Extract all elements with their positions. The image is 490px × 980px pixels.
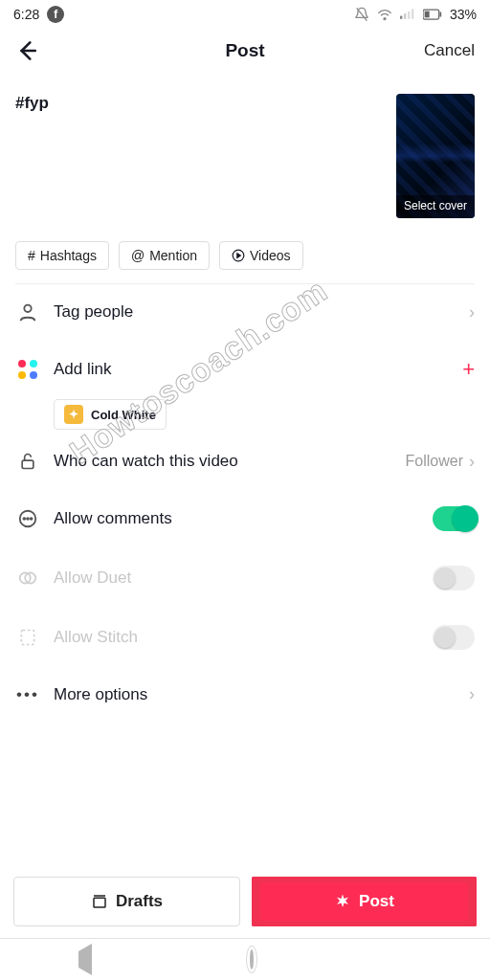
svg-rect-4 — [408, 11, 410, 19]
allow-stitch-label: Allow Stitch — [54, 628, 433, 647]
sparkle-icon: ✦ — [64, 405, 83, 424]
duet-icon — [15, 568, 40, 589]
drafts-label: Drafts — [116, 892, 163, 911]
battery-percent: 33% — [450, 7, 477, 22]
svg-point-10 — [24, 305, 31, 312]
svg-point-14 — [27, 518, 29, 520]
post-button[interactable]: Post — [260, 882, 467, 922]
battery-icon — [423, 9, 442, 20]
link-dots-icon — [15, 360, 40, 379]
page-title: Post — [225, 40, 264, 61]
add-link-label: Add link — [54, 360, 462, 379]
facebook-icon: f — [47, 6, 64, 23]
svg-rect-8 — [439, 12, 441, 17]
mention-chip[interactable]: @ Mention — [119, 241, 210, 270]
allow-stitch-row: Allow Stitch — [0, 608, 490, 667]
privacy-row[interactable]: Who can watch this video Follower › — [0, 434, 490, 489]
bottom-actions: Drafts Post — [0, 877, 490, 926]
post-icon — [334, 893, 351, 910]
chevron-right-icon: › — [469, 452, 475, 472]
svg-point-15 — [31, 518, 33, 520]
stitch-icon — [15, 627, 40, 648]
allow-duet-row: Allow Duet — [0, 548, 490, 608]
post-label: Post — [359, 892, 394, 911]
chevron-right-icon: › — [469, 684, 475, 704]
caption-input[interactable]: #fyp — [15, 94, 396, 218]
more-icon: ••• — [15, 685, 40, 704]
more-options-label: More options — [54, 685, 469, 704]
page-header: Post Cancel — [0, 29, 490, 73]
select-cover-label: Select cover — [396, 195, 475, 218]
hash-icon: # — [28, 248, 35, 263]
svg-rect-2 — [400, 16, 402, 19]
allow-duet-toggle — [433, 566, 475, 590]
linked-item-chip[interactable]: ✦ Cold White — [54, 399, 167, 430]
lock-icon — [15, 451, 40, 472]
more-options-row[interactable]: ••• More options › — [0, 667, 490, 722]
status-bar: 6:28 f 33% — [0, 0, 490, 29]
allow-comments-toggle[interactable] — [433, 506, 475, 531]
back-button[interactable] — [13, 38, 38, 63]
svg-rect-11 — [22, 460, 33, 468]
privacy-value: Follower — [406, 453, 463, 470]
comment-icon — [15, 508, 40, 529]
wifi-icon — [377, 8, 392, 21]
cover-thumbnail[interactable]: Select cover — [396, 94, 475, 218]
hashtags-chip[interactable]: # Hashtags — [15, 241, 109, 270]
allow-comments-label: Allow comments — [54, 509, 433, 528]
privacy-label: Who can watch this video — [54, 452, 406, 471]
plus-icon[interactable]: + — [462, 357, 475, 382]
android-navbar — [0, 938, 490, 980]
chevron-right-icon: › — [469, 302, 475, 323]
at-icon: @ — [131, 248, 145, 263]
svg-rect-18 — [21, 631, 33, 645]
svg-point-13 — [23, 518, 25, 520]
svg-rect-5 — [412, 9, 413, 18]
svg-point-1 — [384, 18, 386, 20]
suggestion-chips: # Hashtags @ Mention Videos — [0, 218, 490, 283]
linked-item-label: Cold White — [91, 408, 156, 422]
play-icon — [232, 249, 245, 262]
signal-icon — [400, 8, 415, 21]
videos-chip[interactable]: Videos — [219, 241, 303, 270]
nav-home-icon[interactable] — [250, 951, 254, 969]
post-button-highlight: Post — [252, 877, 477, 926]
hashtags-chip-label: Hashtags — [40, 248, 97, 263]
allow-duet-label: Allow Duet — [54, 568, 433, 588]
drafts-button[interactable]: Drafts — [13, 877, 240, 926]
person-icon — [15, 301, 40, 323]
tag-people-row[interactable]: Tag people › — [0, 284, 490, 340]
mute-icon — [354, 7, 369, 22]
cancel-button[interactable]: Cancel — [424, 41, 475, 60]
svg-rect-3 — [404, 13, 406, 19]
allow-stitch-toggle — [433, 625, 475, 650]
add-link-row[interactable]: Add link + — [0, 340, 490, 399]
videos-chip-label: Videos — [250, 248, 291, 263]
status-time: 6:28 — [13, 7, 39, 22]
drafts-icon — [91, 893, 108, 910]
svg-rect-19 — [94, 898, 105, 907]
svg-rect-7 — [425, 11, 430, 18]
mention-chip-label: Mention — [149, 248, 197, 263]
allow-comments-row: Allow comments — [0, 489, 490, 548]
tag-people-label: Tag people — [54, 302, 469, 322]
nav-back-icon[interactable] — [78, 951, 92, 969]
